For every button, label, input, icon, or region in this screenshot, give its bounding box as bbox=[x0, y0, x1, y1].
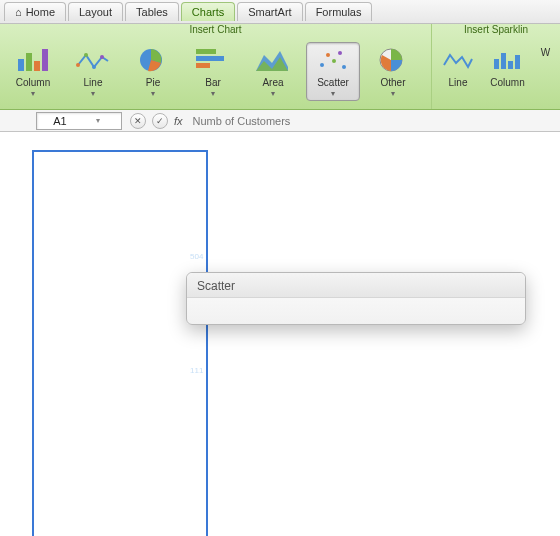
scatter-chart-icon bbox=[314, 45, 352, 75]
tab-tables[interactable]: Tables bbox=[125, 2, 179, 21]
svg-point-18 bbox=[342, 65, 346, 69]
ribbon-group-sparklines: Insert Sparklin Line Column W bbox=[432, 24, 560, 109]
svg-rect-22 bbox=[508, 61, 513, 69]
tab-home[interactable]: ⌂Home bbox=[4, 2, 66, 21]
sparkline-column-icon bbox=[489, 45, 527, 75]
pie-chart-icon bbox=[134, 45, 172, 75]
name-box-value: A1 bbox=[41, 115, 79, 127]
cancel-formula-icon[interactable]: ✕ bbox=[130, 113, 146, 129]
tab-layout[interactable]: Layout bbox=[68, 2, 123, 21]
formula-bar-text[interactable]: Numb of Customers bbox=[193, 115, 291, 127]
ribbon-group-insert-chart: Insert Chart Column▾ Line▾ Pie▾ Bar▾ Are… bbox=[0, 24, 432, 109]
svg-rect-20 bbox=[494, 59, 499, 69]
sparkline-winloss-button[interactable]: W bbox=[537, 42, 554, 91]
chart-scatter-button[interactable]: Scatter▾ bbox=[306, 42, 360, 101]
chart-column-button[interactable]: Column▾ bbox=[6, 42, 60, 101]
svg-point-4 bbox=[76, 63, 80, 67]
selection-border bbox=[32, 150, 208, 536]
ribbon-group-title: Insert Chart bbox=[0, 24, 431, 35]
svg-point-6 bbox=[92, 65, 96, 69]
sparkline-line-button[interactable]: Line bbox=[438, 42, 478, 91]
area-chart-icon bbox=[254, 45, 292, 75]
svg-rect-3 bbox=[42, 49, 48, 71]
svg-rect-11 bbox=[196, 63, 210, 68]
svg-rect-21 bbox=[501, 53, 506, 69]
line-chart-icon bbox=[74, 45, 112, 75]
chart-line-button[interactable]: Line▾ bbox=[66, 42, 120, 101]
enter-formula-icon[interactable]: ✓ bbox=[152, 113, 168, 129]
svg-rect-2 bbox=[34, 61, 40, 71]
svg-rect-9 bbox=[196, 49, 216, 54]
chart-pie-button[interactable]: Pie▾ bbox=[126, 42, 180, 101]
column-chart-icon bbox=[14, 45, 52, 75]
fx-label[interactable]: fx bbox=[174, 115, 183, 127]
tab-smartart[interactable]: SmartArt bbox=[237, 2, 302, 21]
svg-point-15 bbox=[326, 53, 330, 57]
sparkline-line-icon bbox=[439, 45, 477, 75]
chart-area-button[interactable]: Area▾ bbox=[246, 42, 300, 101]
svg-point-16 bbox=[332, 59, 336, 63]
svg-point-5 bbox=[84, 53, 88, 57]
tab-formulas[interactable]: Formulas bbox=[305, 2, 373, 21]
svg-point-7 bbox=[100, 55, 104, 59]
popover-title: Scatter bbox=[187, 273, 525, 298]
ribbon-tabs: ⌂Home Layout Tables Charts SmartArt Form… bbox=[0, 0, 560, 24]
obscured-cell-value: 111 bbox=[190, 366, 203, 375]
svg-point-14 bbox=[320, 63, 324, 67]
ribbon: Insert Chart Column▾ Line▾ Pie▾ Bar▾ Are… bbox=[0, 24, 560, 110]
scatter-popover: Scatter bbox=[186, 272, 526, 325]
tab-home-label: Home bbox=[26, 6, 55, 18]
chart-other-button[interactable]: Other▾ bbox=[366, 42, 420, 101]
sparkline-column-button[interactable]: Column bbox=[484, 42, 531, 91]
formula-bar-row: A1▾ ✕ ✓ fx Numb of Customers bbox=[0, 110, 560, 132]
home-icon: ⌂ bbox=[15, 6, 22, 18]
svg-rect-10 bbox=[196, 56, 224, 61]
tab-charts[interactable]: Charts bbox=[181, 2, 235, 21]
name-box[interactable]: A1▾ bbox=[36, 112, 122, 130]
ribbon-group-title-sparklines: Insert Sparklin bbox=[432, 24, 560, 35]
svg-point-17 bbox=[338, 51, 342, 55]
chart-bar-button[interactable]: Bar▾ bbox=[186, 42, 240, 101]
svg-rect-0 bbox=[18, 59, 24, 71]
svg-rect-23 bbox=[515, 55, 520, 69]
bar-chart-icon bbox=[194, 45, 232, 75]
obscured-cell-value: 504 bbox=[190, 252, 203, 261]
other-chart-icon bbox=[374, 45, 412, 75]
svg-rect-1 bbox=[26, 53, 32, 71]
